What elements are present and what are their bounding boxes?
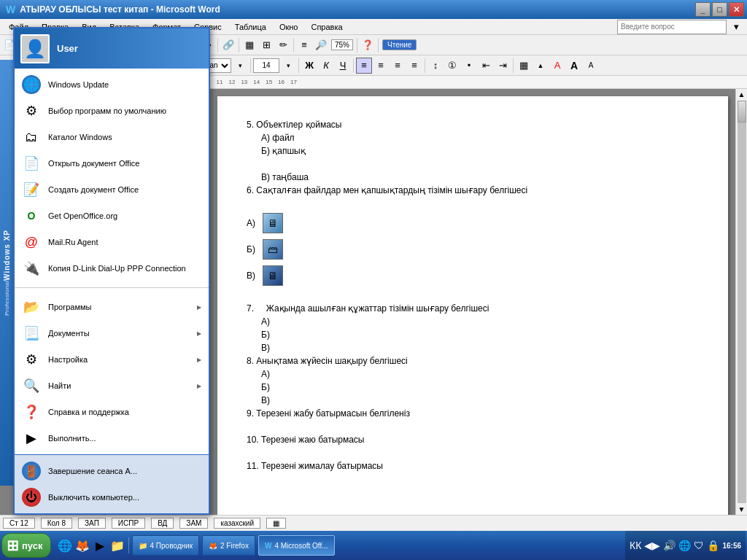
start-menu-settings[interactable]: ⚙ Настройка ▶ — [15, 346, 209, 373]
system-tray: КК ◀▶ 🔊 🌐 🛡 🔒 16:56 — [625, 531, 746, 560]
align-justify[interactable]: ≡ — [406, 58, 422, 74]
vertical-scrollbar[interactable]: ▲ ▼ — [735, 89, 747, 515]
start-menu-item-openoffice[interactable]: O Get OpenOffice.org — [15, 203, 209, 229]
scroll-thumb[interactable] — [738, 101, 746, 122]
q6-a-label: А) — [247, 217, 255, 230]
lang-indicator[interactable]: КК — [630, 540, 641, 551]
antivirus-icon[interactable]: 🛡 — [694, 540, 704, 551]
font-color[interactable]: A — [549, 58, 565, 74]
start-menu-item-windows-update[interactable]: 🌐 Windows Update — [15, 71, 209, 98]
read-button[interactable]: Чтение — [382, 39, 417, 50]
start-menu-item-mailru[interactable]: @ Mail.Ru Agent — [15, 229, 209, 255]
taskbar: ⊞ пуск 🌐 🦊 ▶ 📁 📁 4 Проводник 🦊 2 Firefox… — [0, 531, 747, 560]
align-center[interactable]: ≡ — [373, 58, 389, 74]
doc-q8: 8. Анықтама жүйесін шақыру белгішесі — [247, 354, 699, 368]
taskbar-btn-word[interactable]: W 4 Microsoft Off... — [258, 535, 335, 556]
menu-help[interactable]: Справка — [305, 21, 348, 33]
zoom-select[interactable]: 75% — [331, 39, 353, 50]
align-right[interactable]: ≡ — [390, 58, 406, 74]
font-arrow[interactable]: ▾ — [232, 58, 248, 74]
menu-table[interactable]: Таблица — [229, 21, 272, 33]
search-go-button[interactable]: ▾ — [728, 19, 744, 35]
docmap-button[interactable]: ≡ — [296, 37, 312, 53]
scroll-up-button[interactable]: ▲ — [737, 89, 747, 100]
zoom-button[interactable]: 🔎 — [313, 37, 329, 53]
scroll-down-button[interactable]: ▼ — [737, 504, 747, 515]
grow-font[interactable]: A — [566, 58, 582, 74]
doc-q7-b: Б) — [247, 328, 699, 341]
italic-button[interactable]: К — [318, 58, 334, 74]
help-button[interactable]: ❓ — [360, 37, 376, 53]
mailru-label: Mail.Ru Agent — [48, 238, 201, 246]
increase-indent[interactable]: ⇥ — [495, 58, 511, 74]
programs-label: Программы — [48, 303, 190, 311]
volume-icon[interactable]: 🔊 — [663, 540, 676, 551]
help-icon: ❓ — [22, 402, 41, 421]
columns-button[interactable]: ⊞ — [258, 37, 274, 53]
decrease-indent[interactable]: ⇤ — [478, 58, 494, 74]
start-menu-help[interactable]: ❓ Справка и поддержка — [15, 399, 209, 425]
bold-button[interactable]: Ж — [301, 58, 317, 74]
maximize-button[interactable]: □ — [712, 2, 727, 17]
doc-q9: 9. Терезені жабу батырмасын белгіленіз — [247, 407, 699, 420]
font-size-input[interactable] — [253, 58, 279, 73]
window-title: АТЫРАУ ОБЛЫСЫ тест китап - Microsoft Wor… — [20, 4, 220, 15]
create-office-label: Создать документ Office — [48, 185, 201, 194]
status-lang: казахский — [214, 518, 260, 529]
highlight[interactable]: ▲ — [533, 58, 549, 74]
start-menu-item-create-office[interactable]: 📝 Создать документ Office — [15, 176, 209, 203]
help-label: Справка и поддержка — [48, 408, 201, 416]
table-button[interactable]: ▦ — [241, 37, 258, 53]
shrink-font[interactable]: A — [583, 58, 599, 74]
default-programs-icon: ⚙ — [22, 101, 41, 120]
hyperlink-button[interactable]: 🔗 — [220, 37, 236, 53]
line-spacing[interactable]: ↕ — [427, 58, 444, 74]
mailru-icon: @ — [22, 233, 41, 252]
q6-b-label: Б) — [247, 243, 255, 256]
underline-button[interactable]: Ч — [335, 58, 351, 74]
network-icon[interactable]: 🌐 — [678, 540, 691, 551]
start-menu-logout[interactable]: 🚪 Завершение сеанса А... — [15, 458, 209, 484]
align-left[interactable]: ≡ — [356, 58, 372, 74]
menu-window[interactable]: Окно — [274, 21, 304, 33]
start-menu-item-dialup[interactable]: 🔌 Копия D-Link Dial-Up PPP Connection — [15, 255, 209, 281]
start-menu-programs[interactable]: 📂 Программы ▶ — [15, 294, 209, 320]
user-avatar: 👤 — [20, 34, 50, 63]
documents-arrow-icon: ▶ — [197, 330, 201, 337]
user-name: User — [57, 43, 78, 54]
catalog-label: Каталог Windows — [48, 133, 201, 141]
size-arrow[interactable]: ▾ — [280, 58, 296, 74]
close-button[interactable]: ✕ — [729, 2, 744, 17]
media-tray-icon[interactable]: ◀▶ — [644, 540, 660, 551]
bullets[interactable]: • — [461, 58, 477, 74]
logout-label: Завершение сеанса А... — [48, 467, 137, 475]
drawing-button[interactable]: ✏ — [275, 37, 291, 53]
ie-icon[interactable]: 🌐 — [57, 537, 73, 553]
start-menu-item-catalog[interactable]: 🗂 Каталог Windows — [15, 124, 209, 150]
numbering[interactable]: ① — [444, 58, 460, 74]
media-quick-icon[interactable]: ▶ — [92, 537, 108, 553]
scroll-track[interactable] — [738, 101, 746, 503]
status-mode: ▦ — [266, 518, 286, 529]
security-icon[interactable]: 🔒 — [707, 540, 719, 551]
start-menu-item-default-programs[interactable]: ⚙ Выбор программ по умолчанию — [15, 98, 209, 124]
firefox-quick-icon[interactable]: 🦊 — [74, 537, 90, 553]
outside-border[interactable]: ▦ — [516, 58, 532, 74]
windows-logo-icon: ⊞ — [7, 537, 19, 554]
openoffice-icon: O — [22, 206, 41, 225]
help-search-input[interactable] — [617, 20, 727, 34]
start-button[interactable]: ⊞ пуск — [1, 533, 51, 558]
minimize-button[interactable]: _ — [695, 2, 711, 17]
start-menu-shutdown[interactable]: ⏻ Выключить компьютер... — [15, 484, 209, 510]
settings-arrow-icon: ▶ — [197, 357, 201, 363]
start-menu-documents[interactable]: 📃 Документы ▶ — [15, 320, 209, 346]
start-menu-find[interactable]: 🔍 Найти ▶ — [15, 373, 209, 399]
taskbar-btn-explorer[interactable]: 📁 4 Проводник — [132, 535, 200, 556]
taskbar-btn-firefox[interactable]: 🦊 2 Firefox — [202, 535, 255, 556]
explorer-quick-icon[interactable]: 📁 — [109, 537, 125, 553]
taskbar-btn-explorer-label: 4 Проводник — [150, 542, 193, 550]
start-menu-run[interactable]: ▶ Выполнить... — [15, 425, 209, 451]
start-menu-item-open-office[interactable]: 📄 Открыть документ Office — [15, 150, 209, 176]
sep13 — [425, 58, 425, 73]
doc-line-3: Б) қапшық — [247, 144, 699, 158]
